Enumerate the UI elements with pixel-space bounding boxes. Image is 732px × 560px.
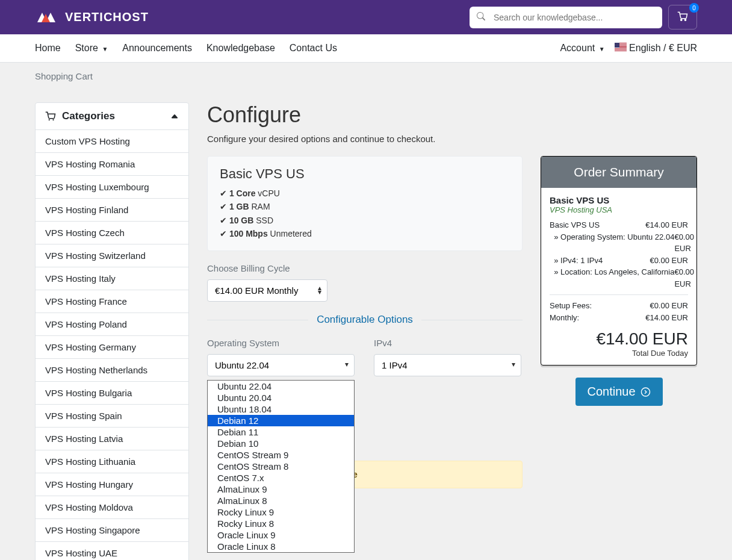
category-item[interactable]: VPS Hosting Hungary (36, 473, 188, 496)
nav-language[interactable]: English / € EUR (615, 43, 697, 54)
category-item[interactable]: Custom VPS Hosting (36, 129, 188, 152)
nav-knowledgebase[interactable]: Knowledgebase (206, 43, 275, 54)
order-summary-title: Order Summary (541, 157, 696, 188)
svg-point-4 (641, 387, 650, 396)
category-item[interactable]: VPS Hosting Latvia (36, 427, 188, 450)
spec-item: 10 GB SSD (220, 214, 510, 227)
category-item[interactable]: VPS Hosting Poland (36, 313, 188, 335)
nav-home[interactable]: Home (35, 43, 61, 54)
os-option[interactable]: Ubuntu 22.04 (208, 381, 354, 392)
nav-store[interactable]: Store ▼ (75, 43, 108, 54)
cart-icon (45, 111, 56, 121)
category-item[interactable]: VPS Hosting UAE (36, 541, 188, 560)
order-line: Basic VPS US€14.00 EUR (550, 219, 688, 231)
os-option[interactable]: Ubuntu 18.04 (208, 403, 354, 415)
os-option[interactable]: Oracle Linux 9 (208, 529, 354, 541)
arrow-right-circle-icon (640, 386, 651, 398)
svg-point-0 (681, 19, 682, 20)
os-option[interactable]: Rocky Linux 8 (208, 518, 354, 529)
category-item[interactable]: VPS Hosting Italy (36, 267, 188, 290)
page-subtitle: Configure your desired options and conti… (207, 134, 697, 144)
brand-logo[interactable]: VERTICHOST (35, 10, 149, 25)
os-label: Operating System (207, 338, 356, 348)
spec-item: 1 Core vCPU (220, 187, 510, 200)
os-option[interactable]: Oracle Linux 8 (208, 541, 354, 552)
os-option[interactable]: AlmaLinux 9 (208, 484, 354, 495)
category-item[interactable]: VPS Hosting Romania (36, 152, 188, 175)
spec-item: 100 Mbps Unmetered (220, 227, 510, 240)
category-item[interactable]: VPS Hosting Bulgaria (36, 381, 188, 404)
os-option[interactable]: AlmaLinux 8 (208, 495, 354, 506)
order-summary-card: Order Summary Basic VPS US VPS Hosting U… (541, 156, 697, 366)
nav-contact[interactable]: Contact Us (290, 43, 337, 54)
order-total-label: Total Due Today (550, 349, 688, 358)
category-item[interactable]: VPS Hosting France (36, 290, 188, 313)
search-input[interactable] (470, 7, 662, 28)
order-line: » Operating System: Ubuntu 22.04€0.00 EU… (550, 231, 688, 255)
ipv4-label: IPv4 (374, 338, 523, 348)
setup-fees-value: €0.00 EUR (650, 300, 688, 312)
order-total: €14.00 EUR (550, 329, 688, 349)
os-select[interactable]: Ubuntu 22.04 (207, 354, 355, 376)
flag-us-icon (615, 43, 627, 51)
os-option[interactable]: Ubuntu 20.04 (208, 392, 354, 403)
continue-button[interactable]: Continue (575, 378, 663, 406)
ipv4-select[interactable]: 1 IPv4 (374, 354, 521, 376)
billing-cycle-select[interactable]: €14.00 EUR Monthly (207, 279, 327, 302)
monthly-label: Monthly: (550, 312, 579, 324)
cart-icon (677, 11, 688, 21)
caret-down-icon: ▼ (102, 46, 108, 52)
os-option[interactable]: Debian 12 (208, 415, 354, 426)
category-item[interactable]: VPS Hosting Czech (36, 221, 188, 244)
category-item[interactable]: VPS Hosting Finland (36, 198, 188, 221)
category-item[interactable]: VPS Hosting Luxembourg (36, 175, 188, 198)
category-item[interactable]: VPS Hosting Spain (36, 404, 188, 427)
order-line: » Location: Los Angeles, California€0.00… (550, 266, 688, 290)
category-item[interactable]: VPS Hosting Singapore (36, 518, 188, 541)
category-item[interactable]: VPS Hosting Germany (36, 335, 188, 358)
configurable-options-heading: Configurable Options (207, 314, 523, 326)
brand-text: VERTICHOST (65, 10, 149, 24)
os-option[interactable]: CentOS Stream 8 (208, 461, 354, 472)
cart-button[interactable]: 0 (668, 5, 697, 30)
nav-account[interactable]: Account ▼ (560, 43, 604, 54)
order-line: » IPv4: 1 IPv4€0.00 EUR (550, 255, 688, 267)
order-product-sub: VPS Hosting USA (550, 205, 688, 214)
os-option[interactable]: CentOS Stream 9 (208, 449, 354, 461)
cart-badge: 0 (689, 3, 699, 13)
os-option[interactable]: Debian 11 (208, 426, 354, 438)
spec-item: 1 GB RAM (220, 200, 510, 213)
os-option[interactable]: CentOS 7.x (208, 472, 354, 484)
svg-point-2 (49, 119, 50, 120)
order-product-name: Basic VPS US (550, 195, 688, 205)
logo-icon (35, 10, 64, 25)
setup-fees-label: Setup Fees: (550, 300, 592, 312)
monthly-value: €14.00 EUR (645, 312, 688, 324)
nav-announcements[interactable]: Announcements (122, 43, 192, 54)
category-item[interactable]: VPS Hosting Moldova (36, 496, 188, 518)
breadcrumb[interactable]: Shopping Cart (35, 71, 93, 81)
category-item[interactable]: VPS Hosting Switzerland (36, 244, 188, 267)
category-item[interactable]: VPS Hosting Netherlands (36, 358, 188, 381)
os-option[interactable]: Rocky Linux 9 (208, 506, 354, 518)
chevron-up-icon (170, 112, 179, 120)
billing-label: Choose Billing Cycle (207, 263, 523, 273)
svg-point-3 (52, 119, 54, 120)
sidebar-categories-toggle[interactable]: Categories (36, 103, 188, 129)
sidebar-header-text: Categories (62, 110, 115, 122)
os-option[interactable]: Debian 10 (208, 438, 354, 449)
svg-point-1 (684, 19, 686, 20)
caret-down-icon: ▼ (599, 46, 605, 52)
page-title: Configure (207, 102, 697, 128)
os-dropdown-list: Ubuntu 22.04Ubuntu 20.04Ubuntu 18.04Debi… (207, 380, 355, 553)
product-name: Basic VPS US (220, 166, 510, 182)
category-item[interactable]: VPS Hosting Lithuania (36, 450, 188, 473)
product-config-box: Basic VPS US 1 Core vCPU1 GB RAM10 GB SS… (207, 156, 523, 251)
search-icon (477, 12, 485, 23)
